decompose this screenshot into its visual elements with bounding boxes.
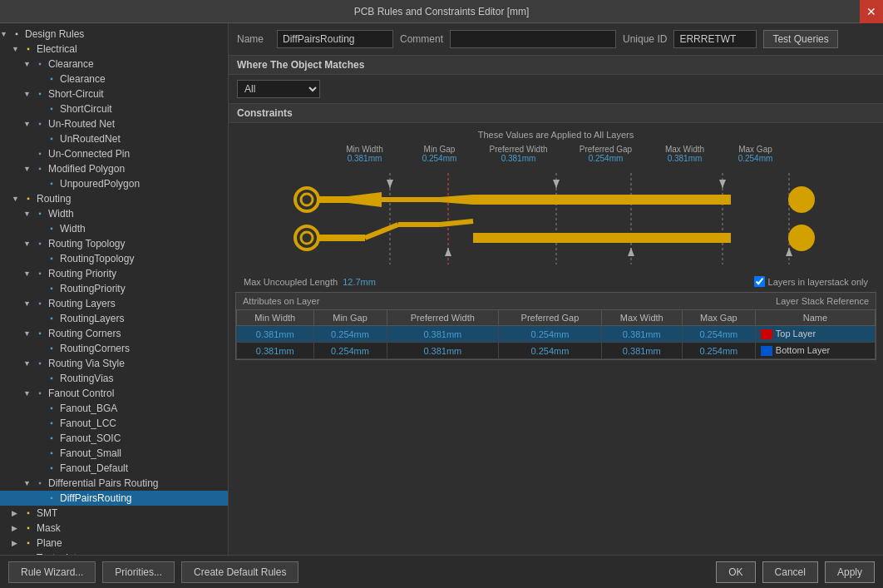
sidebar-item-routing-priority[interactable]: ▼▪Routing Priority	[0, 266, 228, 281]
sidebar-item-routing-layers-item[interactable]: ▪RoutingLayers	[0, 311, 228, 326]
where-section-header: Where The Object Matches	[229, 56, 883, 75]
attributes-header-row: Attributes on Layer Layer Stack Referenc…	[236, 293, 876, 309]
unique-id-input[interactable]	[673, 30, 757, 48]
layers-in-stack-checkbox[interactable]	[754, 276, 765, 287]
test-queries-button[interactable]: Test Queries	[763, 30, 837, 48]
sidebar-item-un-connected-pin[interactable]: ▪Un-Connected Pin	[0, 146, 228, 161]
constraints-body: These Values are Applied to All Layers M…	[229, 123, 883, 555]
tree-label-mask: Mask	[37, 522, 61, 534]
layer-color-0	[761, 329, 772, 339]
sidebar-item-routing-topology[interactable]: ▼▪Routing Topology	[0, 236, 228, 251]
sidebar-item-design-rules[interactable]: ▼▪Design Rules	[0, 27, 228, 42]
sidebar-item-routing-via-style[interactable]: ▼▪Routing Via Style	[0, 356, 228, 371]
sidebar-item-routing-corners-item[interactable]: ▪RoutingCorners	[0, 341, 228, 356]
tree-label-fanout-default: Fanout_Default	[60, 462, 128, 474]
tree-icon-routing-vias: ▪	[45, 373, 58, 383]
sidebar-item-unpoured-polygon[interactable]: ▪UnpouredPolygon	[0, 176, 228, 191]
table-row-1[interactable]: 0.381mm0.254mm0.381mm0.254mm0.381mm0.254…	[237, 343, 876, 359]
sidebar-item-routing-corners[interactable]: ▼▪Routing Corners	[0, 326, 228, 341]
sidebar-item-width-group[interactable]: ▼▪Width	[0, 206, 228, 221]
tree-label-fanout-lcc: Fanout_LCC	[60, 418, 116, 429]
tree-icon-modified-polygon: ▪	[33, 164, 47, 174]
sidebar-item-mask[interactable]: ▶▪Mask	[0, 521, 228, 536]
sidebar-item-clearance-group[interactable]: ▼▪Clearance	[0, 57, 228, 72]
sidebar-item-routing-layers[interactable]: ▼▪Routing Layers	[0, 296, 228, 311]
col-min-gap: Min Gap	[313, 310, 387, 326]
svg-point-14	[788, 186, 815, 213]
cell-1-0: 0.381mm	[237, 343, 314, 359]
apply-button[interactable]: Apply	[825, 561, 875, 583]
tree-label-electrical: Electrical	[37, 43, 77, 55]
col-min-width: Min Width	[237, 310, 314, 326]
tree-icon-routing-topology: ▪	[33, 239, 47, 249]
sidebar-item-clearance[interactable]: ▪Clearance	[0, 72, 228, 86]
diff-pairs-diagram	[282, 165, 831, 273]
sidebar-item-modified-polygon[interactable]: ▼▪Modified Polygon	[0, 161, 228, 176]
create-default-rules-button[interactable]: Create Default Rules	[181, 561, 298, 583]
where-dropdown[interactable]: All	[237, 80, 320, 98]
priorities-button[interactable]: Priorities...	[102, 561, 175, 583]
cancel-button[interactable]: Cancel	[762, 561, 818, 583]
rule-wizard-button[interactable]: Rule Wizard...	[8, 561, 96, 583]
tree-label-routing-priority-item: RoutingPriority	[60, 283, 126, 294]
ok-button[interactable]: OK	[716, 561, 755, 583]
name-input[interactable]	[277, 30, 393, 48]
tree-icon-width: ▪	[45, 224, 58, 234]
tree-icon-fanout-default: ▪	[45, 463, 58, 473]
cell-0-4: 0.381mm	[601, 326, 682, 343]
sidebar-item-routing-priority-item[interactable]: ▪RoutingPriority	[0, 281, 228, 296]
unique-id-label: Unique ID	[623, 33, 667, 45]
tree-arrow-mask: ▶	[12, 524, 22, 532]
table-row-0[interactable]: 0.381mm0.254mm0.381mm0.254mm0.381mm0.254…	[237, 326, 876, 343]
sidebar-item-fanout-lcc[interactable]: ▪Fanout_LCC	[0, 416, 228, 431]
tree-arrow-design-rules: ▼	[0, 30, 10, 38]
sidebar-item-routing-topology-item[interactable]: ▪RoutingTopology	[0, 251, 228, 266]
cell-name-1: Bottom Layer	[755, 343, 875, 359]
tree-arrow-un-routed-net: ▼	[23, 120, 33, 128]
tree-icon-unpoured-polygon: ▪	[45, 179, 58, 189]
content-area: Name Comment Unique ID Test Queries Wher…	[229, 23, 883, 555]
sidebar-item-width[interactable]: ▪Width	[0, 221, 228, 236]
close-button[interactable]: ✕	[860, 0, 883, 23]
sidebar-item-testpoint[interactable]: ▶▪Testpoint	[0, 551, 228, 555]
max-uncoupled-label: Max Uncoupled Length	[244, 277, 338, 287]
tree-arrow-routing-layers: ▼	[23, 299, 33, 308]
sidebar-item-short-circuit-item[interactable]: ▪ShortCircuit	[0, 101, 228, 116]
tree-arrow-clearance-group: ▼	[23, 60, 33, 68]
tree-arrow-routing: ▼	[12, 195, 22, 203]
sidebar-item-plane[interactable]: ▶▪Plane	[0, 536, 228, 551]
sidebar-item-fanout-control[interactable]: ▼▪Fanout Control	[0, 386, 228, 401]
sidebar-item-electrical[interactable]: ▼▪Electrical	[0, 42, 228, 57]
sidebar-item-fanout-small[interactable]: ▪Fanout_Small	[0, 446, 228, 461]
sidebar-item-smt[interactable]: ▶▪SMT	[0, 506, 228, 521]
sidebar-item-fanout-default[interactable]: ▪Fanout_Default	[0, 461, 228, 476]
tree-icon-short-circuit: ▪	[33, 89, 47, 99]
tree-label-design-rules: Design Rules	[25, 28, 84, 40]
col-pref-width: Preferred Width	[387, 310, 499, 326]
sidebar-item-routing[interactable]: ▼▪Routing	[0, 191, 228, 206]
sidebar-item-short-circuit[interactable]: ▼▪Short-Circuit	[0, 86, 228, 101]
tree-label-fanout-control: Fanout Control	[48, 388, 114, 399]
tree-label-routing-layers: Routing Layers	[48, 298, 116, 309]
sidebar-item-diff-pairs-routing-group[interactable]: ▼▪Differential Pairs Routing	[0, 476, 228, 491]
header-row: Name Comment Unique ID Test Queries	[229, 23, 883, 56]
tree-label-width-group: Width	[48, 208, 74, 220]
sidebar-item-fanout-soic[interactable]: ▪Fanout_SOIC	[0, 431, 228, 446]
sidebar-item-unrouted-net[interactable]: ▪UnRoutedNet	[0, 131, 228, 146]
comment-input[interactable]	[450, 30, 616, 48]
constraints-subtitle: These Values are Applied to All Layers	[235, 130, 876, 140]
cell-1-3: 0.254mm	[499, 343, 602, 359]
tree-arrow-short-circuit: ▼	[23, 90, 33, 98]
sidebar-item-routing-vias[interactable]: ▪RoutingVias	[0, 371, 228, 386]
sidebar-item-fanout-bga[interactable]: ▪Fanout_BGA	[0, 401, 228, 416]
tree-icon-testpoint: ▪	[22, 553, 35, 555]
tree-label-short-circuit-item: ShortCircuit	[60, 103, 112, 115]
layer-stack-ref-label: Layer Stack Reference	[776, 296, 869, 306]
tree-icon-plane: ▪	[22, 538, 35, 548]
title-bar: PCB Rules and Constraints Editor [mm] ✕	[0, 0, 883, 23]
bottom-right-actions: OK Cancel Apply	[716, 561, 875, 583]
sidebar-item-diff-pairs-routing[interactable]: ▪DiffPairsRouting	[0, 491, 228, 506]
tree-label-unpoured-polygon: UnpouredPolygon	[60, 178, 140, 190]
tree-label-routing: Routing	[37, 193, 71, 205]
sidebar-item-un-routed-net[interactable]: ▼▪Un-Routed Net	[0, 116, 228, 131]
